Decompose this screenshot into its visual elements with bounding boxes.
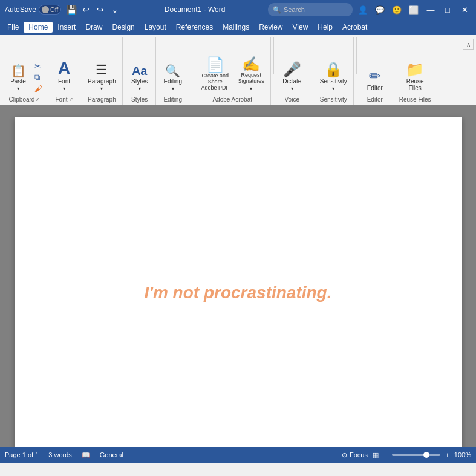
sensitivity-group-label: Sensitivity	[316, 95, 351, 105]
dictate-button[interactable]: 🎤 Dictate ▾	[279, 60, 305, 94]
menu-home[interactable]: Home	[24, 22, 53, 33]
autosave-toggle[interactable]: Off	[39, 5, 61, 15]
view-general: General	[100, 451, 123, 458]
request-sig-dropdown[interactable]: ▾	[250, 86, 252, 91]
word-count-text: 3 words	[48, 451, 72, 458]
request-sig-label: RequestSignatures	[238, 73, 264, 85]
create-share-label: Create and ShareAdobe PDF	[201, 73, 230, 91]
menu-draw[interactable]: Draw	[80, 22, 107, 33]
font-button[interactable]: A Font ▾	[51, 57, 77, 94]
styles-group: Aa Styles ▾ Styles	[124, 37, 156, 105]
proofing-icon: 📖	[82, 451, 90, 459]
search-placeholder: Search	[284, 6, 305, 13]
paste-button[interactable]: 📋 Paste ▾	[5, 62, 31, 94]
menu-acrobat[interactable]: Acrobat	[337, 22, 372, 33]
copy-button[interactable]: ⧉	[33, 72, 44, 83]
sensitivity-buttons: 🔒 Sensitivity ▾	[316, 37, 351, 95]
maximize-button[interactable]: □	[441, 3, 454, 16]
menu-help[interactable]: Help	[313, 22, 337, 33]
autosave-label: AutoSave	[5, 5, 36, 14]
page-info-text: Page 1 of 1	[5, 451, 39, 458]
reuse-files-icon: 📁	[406, 62, 424, 77]
menu-references[interactable]: References	[171, 22, 218, 33]
document-title: Document1 - Word	[122, 5, 268, 14]
search-button[interactable]: 🔍 Search	[268, 3, 353, 16]
clipboard-launcher[interactable]: ⤢	[36, 97, 40, 102]
adobe-acrobat-group: 📄 Create and ShareAdobe PDF ✍ RequestSig…	[195, 37, 271, 105]
focus-button[interactable]: ⊙ Focus	[342, 451, 368, 459]
more-button[interactable]: ⌄	[108, 3, 122, 16]
minimize-button[interactable]: —	[424, 3, 437, 16]
styles-icon: Aa	[132, 65, 148, 77]
paragraph-group: ☰ Paragraph ▾ Paragraph	[82, 37, 123, 105]
styles-dropdown[interactable]: ▾	[139, 86, 141, 91]
ribbon-separator-3	[311, 37, 311, 74]
font-dropdown[interactable]: ▾	[63, 86, 65, 91]
font-icon: A	[58, 60, 70, 77]
voice-group-label: Voice	[279, 95, 305, 105]
menu-mailings[interactable]: Mailings	[218, 22, 254, 33]
editor-button[interactable]: ✏ Editor	[362, 67, 388, 94]
editing-dropdown[interactable]: ▾	[172, 86, 174, 91]
close-button[interactable]: ✕	[458, 3, 471, 16]
redo-button[interactable]: ↪	[94, 3, 107, 16]
editing-label: Editing	[163, 78, 182, 85]
editor-group: ✏ Editor Editor	[359, 37, 391, 105]
save-button[interactable]: 💾	[65, 3, 78, 16]
ribbon-collapse-button[interactable]: ∧	[463, 39, 474, 50]
font-buttons: A Font ▾	[51, 37, 77, 95]
editing-icon: 🔍	[165, 65, 180, 77]
request-sig-icon: ✍	[242, 57, 260, 71]
focus-label: Focus	[350, 451, 368, 458]
styles-buttons: Aa Styles ▾	[126, 37, 153, 95]
format-painter-button[interactable]: 🖌	[33, 83, 44, 94]
view-icon: ▦	[373, 451, 379, 459]
toggle-state: Off	[50, 7, 58, 13]
autosave-area: AutoSave Off	[5, 5, 61, 15]
ribbon-display-button[interactable]: ⬜	[407, 3, 420, 16]
menu-review[interactable]: Review	[254, 22, 287, 33]
document-page[interactable]: I'm not procrastinating.	[15, 117, 462, 447]
zoom-plus-icon: +	[445, 451, 449, 458]
menu-file[interactable]: File	[2, 22, 24, 33]
document-content[interactable]: I'm not procrastinating.	[120, 259, 356, 327]
zoom-percent[interactable]: 100%	[454, 451, 471, 458]
ribbon-separator-1	[192, 37, 192, 74]
sensitivity-dropdown[interactable]: ▾	[332, 86, 334, 91]
ribbon-separator-5	[394, 37, 394, 74]
zoom-plus-button[interactable]: +	[445, 451, 449, 458]
paragraph-dropdown[interactable]: ▾	[100, 86, 103, 91]
font-group: A Font ▾ Font ⤢	[48, 37, 80, 105]
font-launcher[interactable]: ⤢	[69, 97, 73, 102]
undo-button[interactable]: ↩	[79, 3, 93, 16]
reuse-files-group: 📁 ReuseFiles Reuse Files	[397, 37, 434, 105]
reuse-files-button[interactable]: 📁 ReuseFiles	[402, 60, 428, 94]
paste-dropdown[interactable]: ▾	[17, 86, 19, 91]
menu-layout[interactable]: Layout	[140, 22, 171, 33]
create-share-button[interactable]: 📄 Create and ShareAdobe PDF	[197, 55, 233, 94]
comment-button[interactable]: 💬	[373, 3, 386, 16]
styles-button[interactable]: Aa Styles ▾	[126, 62, 153, 94]
cut-button[interactable]: ✂	[33, 61, 44, 71]
proofing-icon-area[interactable]: 📖	[82, 451, 90, 459]
view-layout-button[interactable]: ▦	[373, 451, 379, 459]
editing-button[interactable]: 🔍 Editing ▾	[160, 62, 186, 94]
zoom-slider[interactable]	[392, 454, 440, 456]
ribbon-content: 📋 Paste ▾ ✂ ⧉ 🖌 Clipboard	[0, 35, 476, 105]
editing-buttons: 🔍 Editing ▾	[160, 37, 186, 95]
clipboard-buttons: 📋 Paste ▾ ✂ ⧉ 🖌	[5, 37, 44, 95]
menu-design[interactable]: Design	[107, 22, 139, 33]
page-info: Page 1 of 1	[5, 451, 39, 458]
menu-view[interactable]: View	[288, 22, 313, 33]
paragraph-button[interactable]: ☰ Paragraph ▾	[84, 61, 120, 94]
profile-button[interactable]: 👤	[356, 3, 370, 16]
undo-redo-group: ↩ ↪ ⌄	[79, 3, 122, 16]
voice-buttons: 🎤 Dictate ▾	[279, 37, 305, 95]
menu-insert[interactable]: Insert	[53, 22, 80, 33]
zoom-minus-button[interactable]: −	[383, 451, 387, 458]
adobe-buttons: 📄 Create and ShareAdobe PDF ✍ RequestSig…	[197, 37, 268, 95]
dictate-dropdown[interactable]: ▾	[291, 86, 293, 91]
emoji-button[interactable]: 🙂	[390, 3, 403, 16]
sensitivity-button[interactable]: 🔒 Sensitivity ▾	[316, 60, 351, 94]
request-signatures-button[interactable]: ✍ RequestSignatures ▾	[235, 54, 268, 94]
